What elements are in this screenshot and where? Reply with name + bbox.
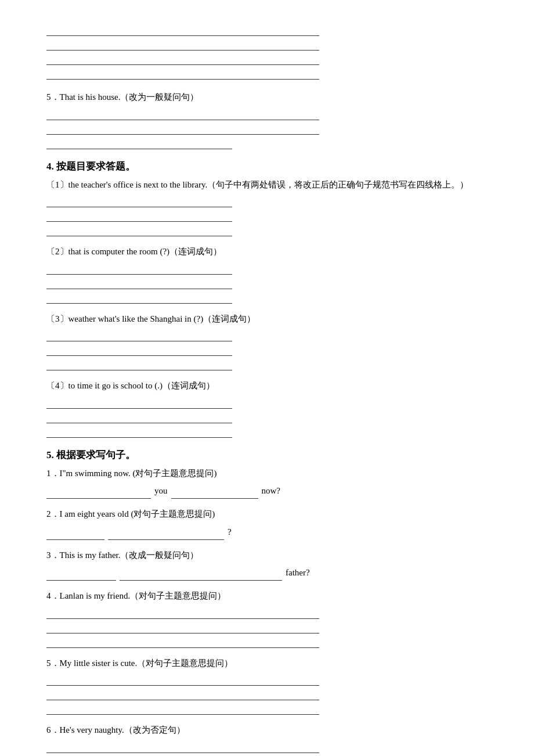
s5-item5-label: 5．My little sister is cute.（对句子主题意思提问）	[46, 656, 488, 671]
s5-item4-label: 4．Lanlan is my friend.（对句子主题意思提问）	[46, 589, 488, 604]
s5-i3-blank2	[120, 570, 282, 581]
page-content: 5．That is his house.（改为一般疑问句） 4. 按题目要求答题…	[46, 23, 488, 756]
s5-item3-label: 3．This is my father.（改成一般疑问句）	[46, 548, 488, 563]
s4-item2-label: 〔2〕that is computer the room (?)（连词成句）	[46, 244, 488, 260]
section5: 5. 根据要求写句子。 1．I"m swimming now. (对句子主题意思…	[46, 448, 488, 757]
section4: 4. 按题目要求答题。 〔1〕the teacher's office is n…	[46, 160, 488, 438]
top-line-4	[46, 67, 319, 80]
section5-item4: 4．Lanlan is my friend.（对句子主题意思提问）	[46, 589, 488, 648]
s4-i3-line3	[46, 358, 232, 370]
top-line-2	[46, 38, 319, 51]
s4-item3-label: 〔3〕weather what's like the Shanghai in (…	[46, 312, 488, 327]
s5-item3-row: father?	[46, 565, 488, 581]
s5-i1-mid: you	[154, 483, 168, 499]
section4-item3: 〔3〕weather what's like the Shanghai in (…	[46, 312, 488, 371]
s5-i1-blank1	[46, 488, 151, 499]
s5-i5-line1	[46, 673, 319, 686]
s5-item2-row: ?	[46, 524, 488, 540]
item5-line-2	[46, 122, 319, 135]
s4-i4-line2	[46, 411, 232, 423]
s5-i5-line3	[46, 702, 319, 715]
item5-line-1	[46, 107, 319, 120]
s5-i4-line3	[46, 635, 319, 648]
s4-i1-line1	[46, 195, 232, 207]
s5-i3-blank1	[46, 570, 116, 581]
item5-line-3	[46, 136, 232, 149]
section5-item3: 3．This is my father.（改成一般疑问句） father?	[46, 548, 488, 581]
s5-i2-blank1	[46, 530, 104, 540]
s4-i2-line1	[46, 262, 232, 275]
s5-i1-blank2	[171, 488, 258, 499]
s5-i6-line1	[46, 740, 319, 753]
s4-i2-line2	[46, 276, 232, 289]
s5-i4-line2	[46, 621, 319, 633]
s4-i4-line3	[46, 425, 232, 438]
s5-i3-end: father?	[286, 565, 310, 581]
s4-i1-line2	[46, 209, 232, 222]
section4-item1: 〔1〕the teacher's office is next to the l…	[46, 178, 488, 237]
section5-item1: 1．I"m swimming now. (对句子主题意思提问) you now?	[46, 466, 488, 499]
s5-i5-line2	[46, 687, 319, 700]
s4-i4-line1	[46, 396, 232, 409]
prev-section-item5: 5．That is his house.（改为一般疑问句）	[46, 90, 488, 149]
s4-i1-line3	[46, 224, 232, 236]
s5-item2-label: 2．I am eight years old (对句子主题意思提问)	[46, 507, 488, 522]
section5-item2: 2．I am eight years old (对句子主题意思提问) ?	[46, 507, 488, 540]
section5-title: 5. 根据要求写句子。	[46, 448, 488, 462]
section4-item4: 〔4〕to time it go is school to (.)（连词成句）	[46, 379, 488, 438]
s4-i2-line3	[46, 291, 232, 304]
section4-item2: 〔2〕that is computer the room (?)（连词成句）	[46, 244, 488, 304]
s5-i1-end: now?	[262, 483, 281, 499]
s5-item6-label: 6．He's very naughty.（改为否定句）	[46, 723, 488, 738]
top-line-3	[46, 52, 319, 65]
s5-i2-end: ?	[228, 524, 232, 540]
s5-item1-row: you now?	[46, 483, 488, 499]
section5-item5: 5．My little sister is cute.（对句子主题意思提问）	[46, 656, 488, 715]
s4-item4-label: 〔4〕to time it go is school to (.)（连词成句）	[46, 379, 488, 394]
section4-title: 4. 按题目要求答题。	[46, 160, 488, 173]
item5-label: 5．That is his house.（改为一般疑问句）	[46, 90, 488, 105]
s5-i4-line1	[46, 606, 319, 619]
s4-item1-label: 〔1〕the teacher's office is next to the l…	[46, 178, 488, 193]
top-section	[46, 23, 488, 80]
section5-item6: 6．He's very naughty.（改为否定句）	[46, 723, 488, 756]
top-line-1	[46, 23, 319, 36]
s5-item1-label: 1．I"m swimming now. (对句子主题意思提问)	[46, 466, 488, 481]
s5-i2-blank2	[108, 530, 224, 540]
s4-i3-line2	[46, 343, 232, 356]
s4-i3-line1	[46, 329, 232, 341]
